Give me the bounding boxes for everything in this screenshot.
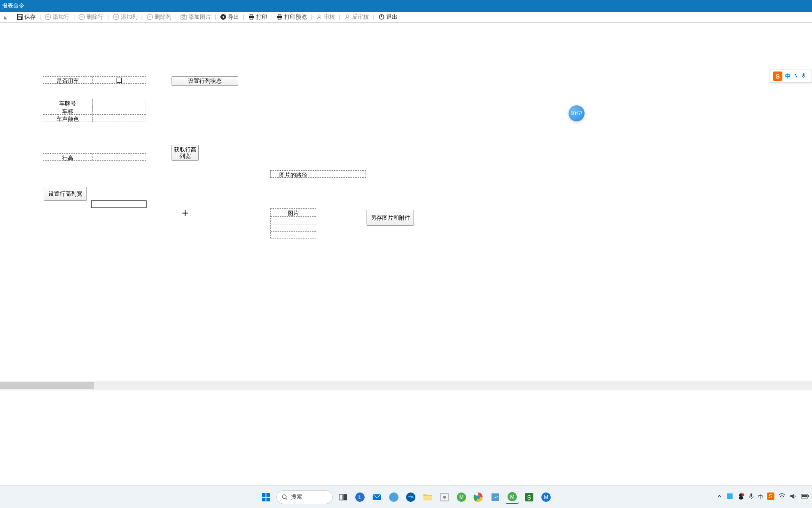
image-row-3[interactable] bbox=[271, 231, 316, 239]
tray-sogou-icon[interactable]: S bbox=[767, 492, 774, 501]
svg-rect-55 bbox=[727, 493, 733, 499]
svg-point-24 bbox=[346, 15, 349, 17]
row-height-cell[interactable] bbox=[92, 154, 146, 160]
export-button[interactable]: 导出 bbox=[218, 12, 241, 22]
horizontal-scrollbar[interactable] bbox=[0, 381, 812, 390]
svg-point-57 bbox=[739, 497, 743, 500]
tray-ime-icon[interactable]: 中 bbox=[758, 493, 763, 500]
image-path-cell[interactable] bbox=[316, 171, 366, 177]
svg-text:M: M bbox=[459, 494, 463, 500]
tray-icon-2[interactable] bbox=[737, 492, 745, 501]
add-image-button[interactable]: 添加图片 bbox=[179, 12, 213, 22]
svg-line-33 bbox=[286, 498, 287, 500]
plate-cell[interactable] bbox=[92, 99, 146, 107]
task-view-icon[interactable] bbox=[336, 491, 350, 504]
svg-point-58 bbox=[742, 493, 744, 496]
print-preview-button[interactable]: 打印预览 bbox=[274, 12, 309, 22]
form-canvas: 是否用车 设置行列状态 车牌号 车标 车声颜色 行高 获取行高 列宽 图片的路径 bbox=[0, 23, 812, 380]
tray-battery-icon[interactable] bbox=[801, 493, 809, 500]
print-button[interactable]: 打印 bbox=[246, 12, 269, 22]
scroll-thumb[interactable] bbox=[0, 382, 94, 389]
svg-text:S: S bbox=[527, 494, 531, 501]
set-rowcol-size-button[interactable]: 设置行高列宽 bbox=[44, 187, 87, 201]
audit-button[interactable]: 审核 bbox=[314, 12, 337, 22]
del-col-button[interactable]: 删除列 bbox=[145, 12, 173, 22]
explorer-icon[interactable] bbox=[421, 491, 434, 504]
use-car-row: 是否用车 bbox=[43, 76, 146, 84]
tray-volume-icon[interactable] bbox=[789, 493, 797, 501]
svg-rect-63 bbox=[808, 495, 809, 497]
svg-rect-35 bbox=[344, 494, 347, 500]
plus-circle-icon bbox=[45, 14, 51, 20]
unaudit-button[interactable]: 反审核 bbox=[342, 12, 371, 22]
use-car-label: 是否用车 bbox=[43, 77, 92, 83]
image-grid: 图片 bbox=[270, 208, 316, 238]
app-icon-5[interactable] bbox=[489, 491, 502, 504]
svg-rect-27 bbox=[803, 73, 804, 76]
svg-rect-30 bbox=[262, 498, 265, 501]
car-info-group: 车牌号 车标 车声颜色 bbox=[43, 99, 146, 121]
start-button[interactable] bbox=[259, 491, 273, 504]
camera-icon bbox=[180, 14, 187, 20]
del-row-button[interactable]: 删除行 bbox=[77, 12, 105, 22]
svg-point-32 bbox=[282, 495, 286, 499]
tray-icon-1[interactable] bbox=[726, 492, 734, 501]
row-height-row: 行高 bbox=[43, 153, 146, 161]
user-icon bbox=[316, 14, 322, 20]
svg-point-43 bbox=[443, 496, 446, 499]
mic-icon[interactable] bbox=[801, 73, 806, 80]
ime-toolbar[interactable]: S 中 bbox=[770, 70, 812, 83]
svg-rect-15 bbox=[183, 15, 185, 16]
edge-icon[interactable] bbox=[404, 491, 417, 504]
svg-rect-1 bbox=[18, 15, 22, 16]
taskbar-search[interactable]: 搜索 bbox=[276, 490, 333, 504]
svg-rect-19 bbox=[250, 18, 253, 19]
printer-icon bbox=[248, 14, 255, 20]
app-icon-1[interactable]: L bbox=[353, 491, 367, 504]
app-icon-8[interactable]: M bbox=[539, 491, 553, 504]
toolbar: ◣ | 保存 | 添加行 | 删除行 | 添加列 | 删除列 | 添加图片 | … bbox=[0, 12, 812, 23]
chrome-icon[interactable] bbox=[472, 491, 485, 504]
image-path-label: 图片的路径 bbox=[271, 171, 316, 177]
use-car-cell[interactable] bbox=[92, 77, 146, 83]
svg-point-14 bbox=[182, 16, 185, 19]
taskbar: 搜索 L M M S M 中 S bbox=[0, 485, 812, 508]
toolbar-left-caret[interactable]: ◣ bbox=[2, 14, 9, 21]
add-col-button[interactable]: 添加列 bbox=[111, 12, 140, 22]
ime-lang[interactable]: 中 bbox=[785, 72, 791, 80]
exit-button[interactable]: 退出 bbox=[376, 12, 399, 22]
save-button[interactable]: 保存 bbox=[15, 12, 38, 22]
cursor-move-icon bbox=[181, 209, 189, 217]
ime-switch-icon[interactable] bbox=[794, 73, 798, 79]
svg-rect-2 bbox=[18, 17, 21, 19]
set-rowcol-state-button[interactable]: 设置行列状态 bbox=[172, 76, 238, 86]
app-icon-7[interactable]: S bbox=[523, 491, 536, 504]
mail-icon[interactable] bbox=[370, 491, 383, 504]
add-row-button[interactable]: 添加行 bbox=[43, 12, 71, 22]
tray-chevron-icon[interactable] bbox=[717, 493, 722, 500]
image-row-1[interactable] bbox=[271, 216, 316, 224]
checkbox-icon[interactable] bbox=[117, 78, 122, 83]
brand-cell[interactable] bbox=[92, 107, 146, 114]
svg-rect-22 bbox=[278, 18, 281, 19]
svg-point-39 bbox=[389, 492, 398, 502]
app-icon-3[interactable] bbox=[438, 491, 451, 504]
app-icon-2[interactable] bbox=[387, 491, 400, 504]
empty-input-cell[interactable] bbox=[91, 200, 147, 208]
minus-circle-icon bbox=[147, 14, 153, 20]
save-image-attachment-button[interactable]: 另存图片和附件 bbox=[367, 210, 414, 226]
app-icon-4[interactable]: M bbox=[455, 491, 468, 504]
power-icon bbox=[378, 14, 385, 20]
get-rowcol-size-button[interactable]: 获取行高 列宽 bbox=[172, 145, 199, 161]
image-row-2[interactable] bbox=[271, 224, 316, 231]
color-label: 车声颜色 bbox=[43, 115, 92, 122]
svg-text:M: M bbox=[544, 494, 548, 500]
sogou-logo-icon: S bbox=[773, 71, 782, 81]
tray-mic-icon[interactable] bbox=[749, 493, 754, 501]
color-cell[interactable] bbox=[92, 115, 146, 122]
svg-rect-18 bbox=[250, 15, 253, 16]
app-icon-6[interactable]: M bbox=[506, 491, 519, 504]
svg-rect-41 bbox=[423, 496, 432, 500]
svg-rect-29 bbox=[266, 493, 270, 497]
tray-wifi-icon[interactable] bbox=[778, 493, 786, 501]
